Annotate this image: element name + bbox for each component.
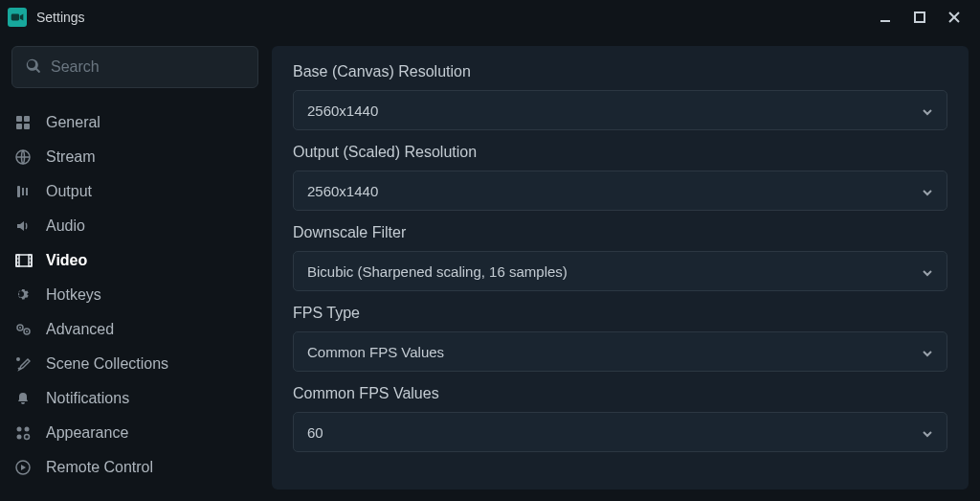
svg-point-27: [17, 435, 22, 440]
sidebar-item-label: Hotkeys: [46, 286, 101, 304]
maximize-button[interactable]: [911, 9, 928, 26]
svg-rect-2: [915, 12, 924, 22]
chevron-down-icon: [922, 102, 933, 119]
chevron-down-icon: [922, 263, 933, 280]
grid-icon: [15, 115, 40, 130]
gear-icon: [15, 287, 40, 303]
svg-point-23: [26, 330, 28, 332]
search-icon: [26, 58, 41, 77]
field-downscale-filter: Downscale Filter Bicubic (Sharpened scal…: [293, 224, 947, 291]
sidebar-item-general[interactable]: General: [11, 105, 258, 140]
field-label: Common FPS Values: [293, 385, 947, 402]
output-icon: [15, 184, 40, 199]
sidebar-item-stream[interactable]: Stream: [11, 140, 258, 174]
sidebar-item-label: Advanced: [46, 321, 114, 338]
sidebar-item-label: Audio: [46, 217, 85, 235]
sidebar-item-label: Appearance: [46, 424, 128, 442]
svg-rect-11: [22, 188, 24, 195]
titlebar: Settings: [0, 0, 980, 34]
sidebar-item-notifications[interactable]: Notifications: [11, 381, 258, 416]
base-resolution-dropdown[interactable]: 2560x1440: [293, 90, 947, 130]
nav-list: General Stream Output Audio: [11, 105, 258, 485]
svg-rect-10: [17, 186, 20, 197]
sidebar-item-label: General: [46, 114, 100, 131]
fps-type-dropdown[interactable]: Common FPS Values: [293, 331, 947, 372]
sidebar-item-label: Stream: [46, 148, 96, 166]
svg-rect-14: [16, 255, 19, 266]
sidebar-item-label: Remote Control: [46, 459, 153, 476]
dropdown-value: 60: [307, 424, 323, 441]
window-controls: [877, 9, 972, 26]
svg-point-24: [16, 357, 20, 361]
field-label: Base (Canvas) Resolution: [293, 63, 947, 80]
film-icon: [15, 253, 40, 268]
field-base-resolution: Base (Canvas) Resolution 2560x1440: [293, 63, 947, 130]
svg-rect-7: [16, 124, 22, 129]
main-panel: Base (Canvas) Resolution 2560x1440 Outpu…: [272, 46, 969, 490]
svg-point-25: [17, 427, 22, 432]
search-box[interactable]: [11, 46, 258, 88]
close-button[interactable]: [946, 9, 963, 26]
field-label: Output (Scaled) Resolution: [293, 144, 947, 161]
sidebar-item-label: Output: [46, 183, 92, 200]
svg-rect-15: [29, 255, 32, 266]
chevron-down-icon: [922, 424, 933, 441]
appearance-icon: [15, 425, 40, 441]
chevron-down-icon: [922, 344, 933, 360]
field-fps-type: FPS Type Common FPS Values: [293, 305, 947, 372]
app-icon: [8, 8, 27, 27]
sidebar-item-output[interactable]: Output: [11, 174, 258, 209]
sidebar-item-hotkeys[interactable]: Hotkeys: [11, 278, 258, 312]
speaker-icon: [15, 218, 40, 234]
window-title: Settings: [36, 10, 85, 25]
sidebar-item-audio[interactable]: Audio: [11, 209, 258, 243]
tools-icon: [15, 356, 40, 372]
sidebar-item-appearance[interactable]: Appearance: [11, 416, 258, 450]
svg-point-22: [19, 327, 21, 329]
svg-rect-6: [24, 116, 30, 122]
search-input[interactable]: [51, 58, 244, 76]
dropdown-value: Bicubic (Sharpened scaling, 16 samples): [307, 263, 568, 280]
sidebar-item-advanced[interactable]: Advanced: [11, 312, 258, 347]
downscale-filter-dropdown[interactable]: Bicubic (Sharpened scaling, 16 samples): [293, 251, 947, 291]
gears-icon: [15, 322, 40, 337]
field-label: Downscale Filter: [293, 224, 947, 241]
field-label: FPS Type: [293, 305, 947, 322]
dropdown-value: 2560x1440: [307, 183, 378, 199]
sidebar: General Stream Output Audio: [11, 46, 258, 490]
sidebar-item-scene-collections[interactable]: Scene Collections: [11, 347, 258, 381]
svg-point-28: [25, 435, 30, 440]
sidebar-item-label: Notifications: [46, 390, 129, 407]
field-output-resolution: Output (Scaled) Resolution 2560x1440: [293, 144, 947, 211]
svg-point-26: [25, 427, 30, 432]
globe-icon: [15, 149, 40, 165]
output-resolution-dropdown[interactable]: 2560x1440: [293, 171, 947, 211]
svg-rect-0: [11, 14, 19, 21]
chevron-down-icon: [922, 183, 933, 199]
dropdown-value: Common FPS Values: [307, 344, 444, 360]
svg-rect-8: [24, 124, 30, 129]
sidebar-item-label: Video: [46, 252, 87, 269]
field-common-fps: Common FPS Values 60: [293, 385, 947, 452]
play-circle-icon: [15, 460, 40, 475]
dropdown-value: 2560x1440: [307, 102, 378, 119]
common-fps-dropdown[interactable]: 60: [293, 412, 947, 452]
minimize-button[interactable]: [877, 9, 894, 26]
bell-icon: [15, 391, 40, 406]
sidebar-item-remote-control[interactable]: Remote Control: [11, 450, 258, 485]
svg-rect-5: [16, 116, 22, 122]
svg-rect-12: [26, 188, 28, 195]
sidebar-item-label: Scene Collections: [46, 355, 168, 373]
sidebar-item-video[interactable]: Video: [11, 243, 258, 278]
